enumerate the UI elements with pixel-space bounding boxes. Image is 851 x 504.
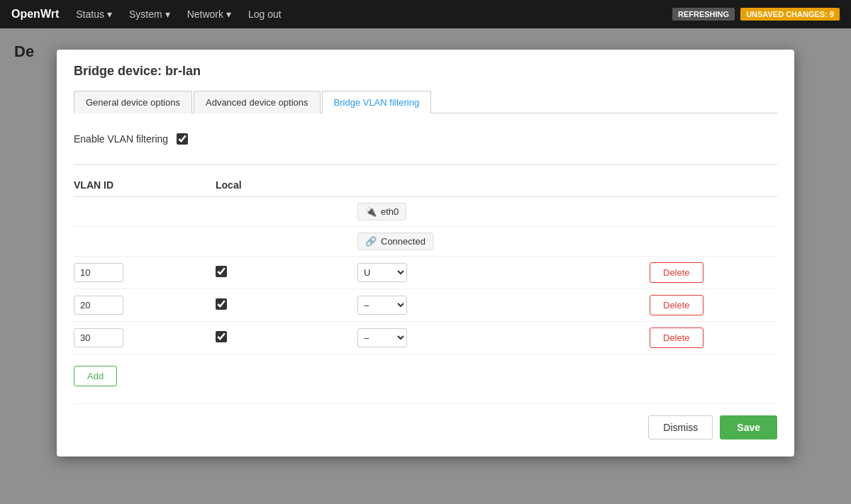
eth0-label: eth0 [381,206,399,217]
tab-advanced-device-options[interactable]: Advanced device options [194,91,321,113]
delete-button-1[interactable]: Delete [650,262,703,283]
save-button[interactable]: Save [720,415,777,439]
add-button[interactable]: Add [74,366,117,386]
local-checkbox-3[interactable] [216,331,227,342]
tab-bridge-vlan-filtering[interactable]: Bridge VLAN filtering [322,91,432,113]
nav-system[interactable]: System ▾ [129,9,170,20]
navbar: OpenWrt Status ▾ System ▾ Network ▾ Log … [0,0,851,28]
table-row: U T – Delete [74,322,777,354]
local-checkbox-1[interactable] [216,266,227,277]
eth0-badge: 🔌 eth0 [357,203,406,220]
divider [74,164,777,165]
eth0-select-3[interactable]: U T – [357,328,407,347]
enable-vlan-label: Enable VLAN filtering [74,133,168,145]
tab-general-device-options[interactable]: General device options [74,91,192,113]
table-row: U T – Delete [74,257,777,289]
connected-icon: 🔗 [365,236,377,247]
enable-vlan-checkbox[interactable] [177,133,188,145]
dismiss-button[interactable]: Dismiss [648,415,713,439]
eth0-header-row: 🔌 eth0 [74,197,777,227]
table-row: U T – Delete [74,289,777,322]
nav-network[interactable]: Network ▾ [187,9,231,20]
vlan-id-input-1[interactable] [74,263,123,282]
modal-title: Bridge device: br-lan [74,64,777,79]
connected-badge: 🔗 Connected [357,233,433,250]
tab-bar: General device options Advanced device o… [74,90,777,113]
local-checkbox-2[interactable] [216,298,227,310]
table-header: VLAN ID Local [74,174,777,197]
delete-button-3[interactable]: Delete [650,327,703,348]
modal-dialog: Bridge device: br-lan General device opt… [57,50,794,457]
eth0-select-1[interactable]: U T – [357,263,407,282]
badge-unsaved: UNSAVED CHANGES: 9 [740,8,840,21]
col-local: Local [216,179,357,191]
vlan-id-input-3[interactable] [74,328,123,347]
col-vlan-id: VLAN ID [74,179,216,191]
connected-label: Connected [381,236,425,247]
network-icon: 🔌 [365,206,377,217]
modal-overlay: Bridge device: br-lan General device opt… [0,28,851,504]
enable-vlan-row: Enable VLAN filtering [74,128,777,150]
delete-button-2[interactable]: Delete [650,295,703,315]
badge-refreshing: REFRESHING [672,8,735,21]
modal-footer: Dismiss Save [74,403,777,439]
vlan-id-input-2[interactable] [74,296,123,315]
nav-status[interactable]: Status ▾ [76,9,112,20]
connected-row: 🔗 Connected [74,227,777,257]
eth0-select-2[interactable]: U T – [357,296,407,315]
nav-badges: REFRESHING UNSAVED CHANGES: 9 [672,8,840,21]
brand-logo: OpenWrt [11,8,59,21]
nav-logout[interactable]: Log out [248,9,282,20]
